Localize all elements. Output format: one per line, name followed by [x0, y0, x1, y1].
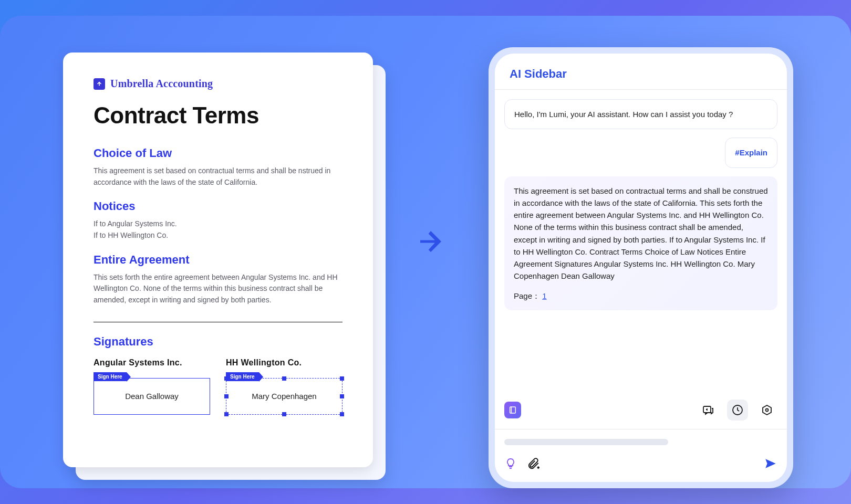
- section-body-notices-line1: If to Angular Systems Inc.: [94, 218, 343, 230]
- send-button[interactable]: [764, 457, 777, 472]
- signature-col-2: HH Wellington Co. Sign Here Mary Copenha…: [226, 358, 343, 415]
- ai-sidebar-screen: AI Sidebar Hello, I'm Lumi, your AI assi…: [495, 54, 787, 482]
- pdf-app-icon[interactable]: [504, 402, 521, 418]
- user-command-text: #Explain: [735, 148, 767, 157]
- page-link[interactable]: 1: [542, 291, 546, 300]
- document-page: Umbrella Acccounting Contract Terms Choi…: [63, 52, 373, 467]
- sidebar-header: AI Sidebar: [495, 54, 787, 90]
- input-placeholder-skeleton[interactable]: [504, 439, 668, 445]
- suggestion-icon[interactable]: [504, 457, 517, 472]
- assistant-response-bubble: This agreement is set based on contractu…: [504, 176, 777, 310]
- resize-handle[interactable]: [340, 394, 344, 398]
- section-body-notices-line2: If to HH Wellington Co.: [94, 230, 343, 242]
- signer-name-1: Dean Galloway: [125, 392, 179, 401]
- ai-sidebar-device: AI Sidebar Hello, I'm Lumi, your AI assi…: [489, 47, 793, 488]
- attachment-icon[interactable]: [526, 457, 540, 472]
- brand-name: Umbrella Acccounting: [110, 78, 213, 90]
- resize-handle[interactable]: [282, 412, 286, 416]
- sidebar-toolbar: [495, 393, 787, 429]
- resize-handle[interactable]: [282, 376, 286, 381]
- resize-handle[interactable]: [224, 412, 229, 416]
- history-button[interactable]: [727, 400, 748, 421]
- signature-field-2[interactable]: Sign Here Mary Copenhagen: [226, 378, 343, 415]
- signature-row: Angular Systems Inc. Sign Here Dean Gall…: [94, 358, 343, 415]
- assistant-response-text: This agreement is set based on contractu…: [514, 186, 768, 281]
- signer-name-2: Mary Copenhagen: [252, 392, 316, 401]
- page-reference: Page： 1: [514, 290, 768, 302]
- sidebar-body: Hello, I'm Lumi, your AI assistant. How …: [495, 90, 787, 393]
- document-title: Contract Terms: [94, 102, 343, 129]
- brand-logo-icon: [94, 78, 105, 90]
- settings-button[interactable]: [756, 400, 777, 421]
- svg-rect-0: [510, 407, 516, 413]
- section-body-entire-agreement: This sets forth the entire agreement bet…: [94, 272, 343, 306]
- resize-handle[interactable]: [224, 394, 229, 398]
- section-heading-notices: Notices: [94, 200, 343, 213]
- signature-party-1: Angular Systems Inc.: [94, 358, 210, 368]
- sidebar-input-area: [495, 429, 787, 482]
- section-heading-entire-agreement: Entire Agreement: [94, 253, 343, 267]
- signature-field-1[interactable]: Sign Here Dean Galloway: [94, 378, 210, 415]
- assistant-greeting-bubble: Hello, I'm Lumi, your AI assistant. How …: [504, 99, 777, 129]
- brand-row: Umbrella Acccounting: [94, 78, 343, 90]
- signature-col-1: Angular Systems Inc. Sign Here Dean Gall…: [94, 358, 210, 415]
- resize-handle[interactable]: [340, 376, 344, 381]
- section-body-choice-of-law: This agreement is set based on contractu…: [94, 165, 343, 188]
- sign-here-tag: Sign Here: [94, 372, 127, 381]
- section-heading-signatures: Signatures: [94, 335, 343, 349]
- signature-party-2: HH Wellington Co.: [226, 358, 343, 368]
- sidebar-title: AI Sidebar: [510, 67, 772, 81]
- new-chat-button[interactable]: [698, 400, 719, 421]
- page-label: Page：: [514, 291, 540, 300]
- document-stack: Umbrella Acccounting Contract Terms Choi…: [63, 52, 373, 467]
- section-heading-choice-of-law: Choice of Law: [94, 146, 343, 160]
- divider: [94, 322, 343, 322]
- svg-point-3: [766, 409, 769, 412]
- sign-here-tag: Sign Here: [226, 372, 259, 381]
- arrow-right-icon: [415, 226, 447, 257]
- assistant-greeting-text: Hello, I'm Lumi, your AI assistant. How …: [514, 110, 733, 119]
- user-command-chip[interactable]: #Explain: [725, 138, 777, 167]
